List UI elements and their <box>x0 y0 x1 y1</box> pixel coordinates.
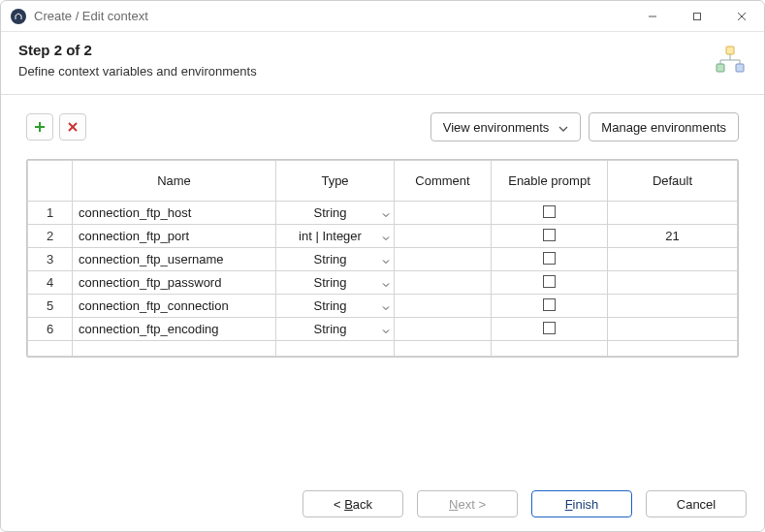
step-title: Step 2 of 2 <box>18 42 747 58</box>
svg-rect-4 <box>726 47 734 54</box>
table-row[interactable]: 5connection_ftp_connectionString <box>28 295 738 318</box>
app-icon <box>11 9 26 24</box>
manage-environments-button[interactable]: Manage environments <box>589 112 739 141</box>
cell-name[interactable]: connection_ftp_password <box>73 271 276 295</box>
cell-default[interactable] <box>608 295 738 318</box>
minimize-button[interactable] <box>630 1 675 32</box>
cell-name[interactable]: connection_ftp_connection <box>73 295 276 318</box>
cell-rownum: 3 <box>28 248 73 271</box>
wizard-footer: < Back Next > Finish Cancel <box>1 481 764 531</box>
svg-rect-1 <box>694 13 701 19</box>
back-button[interactable]: < Back <box>303 490 403 517</box>
svg-rect-10 <box>736 64 744 72</box>
cell-comment[interactable] <box>395 271 492 295</box>
table-row[interactable]: 3connection_ftp_usernameString <box>28 248 738 271</box>
svg-rect-9 <box>717 64 724 72</box>
chevron-down-icon <box>558 120 568 135</box>
next-button: Next > <box>417 490 518 517</box>
toolbar: View environments Manage environments <box>26 112 739 141</box>
wizard-content: View environments Manage environments Na… <box>1 95 764 481</box>
table-header-row: Name Type Comment Enable prompt Default <box>28 161 738 202</box>
checkbox-icon[interactable] <box>543 205 556 218</box>
cell-default[interactable] <box>608 202 738 225</box>
cell-rownum: 4 <box>28 271 73 295</box>
view-environments-dropdown[interactable]: View environments <box>430 112 582 141</box>
add-variable-button[interactable] <box>26 113 53 141</box>
cell-comment[interactable] <box>395 248 492 271</box>
cell-name[interactable]: connection_ftp_encoding <box>73 318 276 341</box>
cell-rownum: 5 <box>28 295 73 318</box>
cell-comment[interactable] <box>395 295 492 318</box>
cell-enable-prompt[interactable] <box>492 318 608 341</box>
col-header-comment[interactable]: Comment <box>395 161 492 202</box>
chevron-down-icon <box>382 322 390 336</box>
maximize-button[interactable] <box>675 1 719 32</box>
cell-enable-prompt[interactable] <box>492 225 608 248</box>
chevron-down-icon <box>382 205 390 220</box>
plus-icon <box>34 121 46 133</box>
cell-default[interactable] <box>608 271 738 295</box>
cell-comment[interactable] <box>395 225 492 248</box>
titlebar: Create / Edit context <box>1 1 764 32</box>
context-hierarchy-icon <box>714 46 747 78</box>
col-header-rownum[interactable] <box>28 161 73 202</box>
checkbox-icon[interactable] <box>543 275 556 288</box>
cancel-button[interactable]: Cancel <box>646 490 747 517</box>
cell-type[interactable]: String <box>276 295 395 318</box>
col-header-enable-prompt[interactable]: Enable prompt <box>492 161 608 202</box>
variables-table: Name Type Comment Enable prompt Default … <box>26 159 739 358</box>
cell-type[interactable]: String <box>276 202 395 225</box>
table-row[interactable]: 6connection_ftp_encodingString <box>28 318 738 341</box>
remove-variable-button[interactable] <box>59 113 86 141</box>
col-header-type[interactable]: Type <box>276 161 395 202</box>
cell-default[interactable] <box>608 318 738 341</box>
window-title: Create / Edit context <box>34 9 148 23</box>
cell-comment[interactable] <box>395 202 492 225</box>
table-row[interactable]: 1connection_ftp_hostString <box>28 202 738 225</box>
cell-enable-prompt[interactable] <box>492 271 608 295</box>
close-button[interactable] <box>719 1 764 32</box>
cell-comment[interactable] <box>395 318 492 341</box>
wizard-header: Step 2 of 2 Define context variables and… <box>1 32 764 94</box>
manage-environments-label: Manage environments <box>601 120 726 135</box>
chevron-down-icon <box>382 252 390 266</box>
view-environments-label: View environments <box>443 120 550 135</box>
col-header-default[interactable]: Default <box>608 161 738 202</box>
chevron-down-icon <box>382 229 390 243</box>
table-row[interactable]: 4connection_ftp_passwordString <box>28 271 738 295</box>
cell-name[interactable]: connection_ftp_port <box>73 225 276 248</box>
cell-enable-prompt[interactable] <box>492 248 608 271</box>
cell-enable-prompt[interactable] <box>492 295 608 318</box>
step-subtitle: Define context variables and environment… <box>18 64 747 78</box>
chevron-down-icon <box>382 275 390 290</box>
finish-button[interactable]: Finish <box>531 490 632 517</box>
cell-rownum: 6 <box>28 318 73 341</box>
cell-enable-prompt[interactable] <box>492 202 608 225</box>
cell-type[interactable]: String <box>276 248 395 271</box>
cell-type[interactable]: int | Integer <box>276 225 395 248</box>
cell-name[interactable]: connection_ftp_host <box>73 202 276 225</box>
cell-type[interactable]: String <box>276 318 395 341</box>
cell-type[interactable]: String <box>276 271 395 295</box>
table-row[interactable]: 2connection_ftp_portint | Integer21 <box>28 225 738 248</box>
cell-default[interactable]: 21 <box>608 225 738 248</box>
checkbox-icon[interactable] <box>543 252 556 265</box>
cell-rownum: 1 <box>28 202 73 225</box>
checkbox-icon[interactable] <box>543 298 556 311</box>
col-header-name[interactable]: Name <box>73 161 276 202</box>
chevron-down-icon <box>382 298 390 313</box>
checkbox-icon[interactable] <box>543 229 556 241</box>
table-filler-row <box>28 341 738 357</box>
checkbox-icon[interactable] <box>543 322 556 334</box>
cell-rownum: 2 <box>28 225 73 248</box>
cell-name[interactable]: connection_ftp_username <box>73 248 276 271</box>
x-icon <box>67 121 79 133</box>
cell-default[interactable] <box>608 248 738 271</box>
